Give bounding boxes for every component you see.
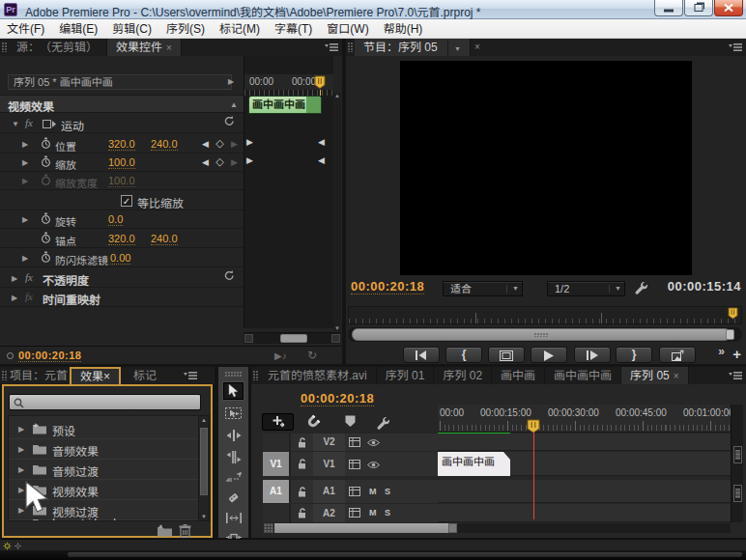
track-lane-v2[interactable] bbox=[438, 434, 731, 451]
panel-menu-icon[interactable] bbox=[729, 372, 742, 380]
panel-close-icon[interactable]: × bbox=[474, 39, 480, 56]
mark-out-button[interactable]: } bbox=[616, 347, 652, 363]
tab-close-icon[interactable]: × bbox=[674, 371, 679, 381]
new-bin-icon[interactable] bbox=[157, 524, 173, 537]
bin-row-audio-effects[interactable]: ▶ 音频效果 bbox=[9, 439, 198, 460]
expander-icon[interactable]: ▼ bbox=[12, 120, 19, 128]
value-position-x[interactable]: 320.0 bbox=[108, 138, 135, 151]
tab-effects[interactable]: 效果× bbox=[70, 367, 121, 384]
add-keyframe-icon[interactable]: ◇ bbox=[213, 137, 227, 150]
more-buttons-icon[interactable]: » bbox=[718, 345, 725, 358]
effect-controls-clip-header[interactable]: 序列 05 * 画中画中画 bbox=[8, 74, 232, 90]
set-display-style-icon[interactable] bbox=[349, 437, 360, 447]
effect-row-opacity[interactable]: ▶ fx 不透明度 bbox=[0, 269, 244, 288]
nest-source-toggle[interactable] bbox=[262, 413, 294, 431]
video-scrollbar-thumb[interactable] bbox=[733, 446, 742, 463]
timeline-horizontal-scrollbar[interactable] bbox=[264, 523, 731, 533]
minimize-button[interactable] bbox=[654, 0, 683, 16]
expander-icon[interactable]: ▶ bbox=[18, 425, 24, 434]
stopwatch-icon[interactable] bbox=[41, 174, 51, 186]
scroll-up-icon[interactable]: ▲ bbox=[334, 93, 340, 98]
value-scale[interactable]: 100.0 bbox=[108, 156, 135, 169]
expander-icon[interactable]: ▶ bbox=[18, 445, 24, 454]
param-row-scale[interactable]: ▶ 缩放 100.0 ◀◇▶ bbox=[0, 154, 244, 172]
value-position-y[interactable]: 240.0 bbox=[151, 138, 178, 151]
panel-grip[interactable] bbox=[348, 42, 353, 52]
lock-icon[interactable] bbox=[298, 508, 307, 518]
track-name[interactable]: A2 bbox=[313, 504, 345, 522]
stopwatch-icon[interactable] bbox=[41, 232, 51, 244]
param-row-scale-width[interactable]: ▶ 缩放宽度 100.0 bbox=[0, 172, 244, 190]
tab-source-clip[interactable]: 元首的愤怒素材.avi bbox=[259, 367, 377, 384]
keyframe-left-edge-icon[interactable]: ▶ bbox=[246, 137, 253, 147]
menu-edit[interactable]: 编辑(E) bbox=[52, 19, 104, 39]
panel-menu-icon[interactable] bbox=[325, 43, 338, 52]
vertical-scrollbar[interactable]: ▲ ▼ bbox=[198, 415, 210, 521]
lock-icon[interactable] bbox=[298, 487, 307, 497]
track-lane-a1[interactable] bbox=[438, 480, 731, 503]
scrollbar-thumb[interactable] bbox=[274, 523, 448, 533]
program-ruler[interactable] bbox=[348, 306, 742, 324]
timeline-vertical-scrollbar[interactable] bbox=[731, 405, 743, 522]
show-timeline-view-icon[interactable]: ▶ bbox=[228, 77, 234, 86]
toggle-track-output-eye-icon[interactable] bbox=[367, 438, 380, 447]
track-name[interactable]: V2 bbox=[313, 434, 345, 451]
zoom-scrollbar-handle[interactable] bbox=[726, 329, 734, 340]
snap-magnet-icon[interactable] bbox=[305, 415, 320, 430]
solo-button[interactable]: S bbox=[385, 508, 390, 518]
param-row-rotation[interactable]: ▶ 旋转 0.0 bbox=[0, 210, 244, 229]
menu-clip[interactable]: 剪辑(C) bbox=[105, 19, 158, 39]
tool-rolling-edit[interactable] bbox=[223, 448, 244, 465]
zoom-scrollbar-thumb[interactable] bbox=[352, 328, 731, 341]
effect-row-motion[interactable]: ▼ fx 运动 bbox=[0, 115, 244, 133]
step-forward-button[interactable] bbox=[574, 347, 611, 363]
solo-button[interactable]: S bbox=[385, 487, 390, 496]
value-anti-flicker[interactable]: 0.00 bbox=[110, 252, 130, 265]
keyframe-left-edge-icon[interactable]: ▶ bbox=[246, 155, 253, 165]
reset-effect-icon[interactable] bbox=[224, 116, 235, 129]
source-patch-a1[interactable]: A1 bbox=[263, 480, 291, 503]
expander-icon[interactable]: ▶ bbox=[22, 158, 28, 167]
source-patch-v2[interactable] bbox=[263, 434, 291, 451]
tab-sequence-02[interactable]: 序列 02 bbox=[434, 367, 492, 384]
loop-playback-icon[interactable]: ↻ bbox=[307, 349, 317, 362]
bin-row-presets[interactable]: ▶ 预设 bbox=[9, 419, 198, 439]
stopwatch-icon[interactable] bbox=[41, 155, 51, 168]
go-to-in-button[interactable] bbox=[403, 347, 440, 363]
tool-track-select-forward[interactable] bbox=[223, 405, 244, 422]
collapse-icon[interactable]: ▲ bbox=[230, 100, 238, 109]
export-frame-button[interactable] bbox=[659, 347, 696, 363]
mute-button[interactable]: M bbox=[369, 508, 377, 518]
lock-icon[interactable] bbox=[298, 437, 307, 448]
play-button[interactable] bbox=[531, 347, 567, 363]
play-audio-only-icon[interactable]: ▶♪ bbox=[274, 350, 287, 361]
track-lane-v1[interactable]: 画中画中画 bbox=[438, 452, 731, 476]
tab-sequence-05[interactable]: 序列 05× bbox=[621, 367, 689, 384]
stopwatch-icon[interactable] bbox=[41, 251, 51, 264]
expander-icon[interactable]: ▶ bbox=[22, 177, 28, 185]
tab-project[interactable]: 项目：元首 bbox=[8, 367, 70, 384]
expander-icon[interactable]: ▶ bbox=[18, 465, 24, 474]
set-display-style-icon[interactable] bbox=[349, 508, 360, 518]
program-timecode[interactable]: 00:00:20:18 bbox=[351, 279, 424, 294]
scrollbar-grip[interactable] bbox=[264, 523, 273, 533]
scroll-down-icon[interactable]: ▼ bbox=[334, 325, 340, 331]
stopwatch-icon[interactable] bbox=[41, 212, 51, 225]
effects-search-input[interactable] bbox=[9, 394, 201, 410]
prev-keyframe-icon[interactable]: ◀ bbox=[198, 139, 213, 149]
panel-grip[interactable] bbox=[225, 372, 242, 377]
scrollbar-thumb[interactable] bbox=[280, 334, 307, 343]
tool-selection[interactable] bbox=[223, 382, 244, 400]
scrollbar-thumb[interactable] bbox=[200, 428, 208, 495]
panel-grip[interactable] bbox=[2, 42, 7, 52]
bin-row-audio-transitions[interactable]: ▶ 音频过渡 bbox=[9, 460, 198, 480]
add-keyframe-icon[interactable]: ◇ bbox=[213, 155, 227, 168]
fit-dropdown[interactable]: 适合 ▼ bbox=[443, 281, 523, 296]
audio-scrollbar-thumb[interactable] bbox=[733, 485, 742, 502]
panel-menu-icon[interactable] bbox=[729, 43, 742, 52]
expander-icon[interactable]: ▶ bbox=[22, 254, 28, 263]
set-display-style-icon[interactable] bbox=[349, 487, 360, 496]
tool-rate-stretch[interactable] bbox=[223, 469, 244, 487]
add-marker-icon[interactable] bbox=[345, 415, 356, 428]
resolution-dropdown[interactable]: 1/2 ▼ bbox=[547, 281, 625, 296]
